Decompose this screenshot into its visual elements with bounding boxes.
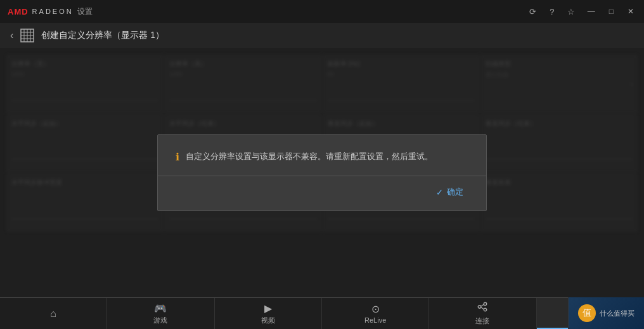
dialog-text: 自定义分辨率设置与该显示器不兼容。请重新配置设置，然后重试。 (186, 150, 433, 164)
minimize-button[interactable]: — (585, 7, 598, 16)
check-icon: ✓ (436, 188, 443, 197)
main-content: 分辨率（宽） 1920 分辨率（高） 1080 刷新率 (Hz) 60 扫描类型… (0, 48, 644, 297)
video-icon: ▶ (264, 302, 272, 314)
nav-relive[interactable]: ⊙ ReLive (322, 298, 429, 329)
maximize-button[interactable]: □ (607, 7, 616, 16)
gaming-icon: 🎮 (154, 302, 167, 314)
back-button[interactable]: ‹ (10, 30, 13, 41)
close-button[interactable]: ✕ (625, 7, 636, 16)
warning-icon: ℹ (176, 151, 179, 163)
watermark-icon: 值 (578, 304, 596, 322)
ok-label: 确定 (447, 186, 463, 198)
svg-point-7 (479, 306, 482, 309)
ok-button[interactable]: ✓ 确定 (431, 184, 468, 200)
connect-label: 连接 (475, 316, 489, 326)
nav-video[interactable]: ▶ 视频 (215, 298, 322, 329)
page-header: ‹ 创建自定义分辨率（显示器 1） (0, 23, 644, 48)
relive-icon: ⊙ (371, 303, 380, 315)
error-dialog: ℹ 自定义分辨率设置与该显示器不兼容。请重新配置设置，然后重试。 ✓ 确定 (157, 134, 487, 212)
nav-connect[interactable]: 连接 (429, 298, 536, 329)
watermark: 值 什么值得买 (568, 297, 644, 329)
svg-point-8 (484, 302, 487, 306)
nav-gaming[interactable]: 🎮 游戏 (107, 298, 214, 329)
star-icon[interactable]: ☆ (566, 6, 576, 16)
page-title: 创建自定义分辨率（显示器 1） (41, 30, 164, 41)
relive-label: ReLive (364, 316, 386, 324)
amd-logo: AMD RADEON 设置 (8, 6, 93, 17)
connect-icon (477, 301, 488, 315)
svg-line-10 (481, 304, 484, 306)
dialog-message-row: ℹ 自定义分辨率设置与该显示器不兼容。请重新配置设置，然后重试。 (176, 150, 468, 164)
title-bar-controls: ⟳ ? ☆ — □ ✕ (528, 6, 636, 16)
title-bar-left: AMD RADEON 设置 (8, 6, 93, 17)
watermark-text: 什么值得买 (600, 309, 634, 318)
svg-point-9 (484, 308, 487, 311)
dialog-overlay: ℹ 自定义分辨率设置与该显示器不兼容。请重新配置设置，然后重试。 ✓ 确定 (0, 48, 644, 297)
svg-line-11 (481, 307, 484, 309)
settings-label: 设置 (77, 6, 93, 17)
nav-home[interactable]: ⌂ (0, 298, 107, 329)
home-icon: ⌂ (50, 308, 56, 319)
title-bar: AMD RADEON 设置 ⟳ ? ☆ — □ ✕ (0, 0, 644, 23)
radeon-label: RADEON (32, 8, 74, 15)
bottom-nav: ⌂ 🎮 游戏 ▶ 视频 ⊙ ReLive 连接 (0, 297, 644, 329)
dialog-actions: ✓ 确定 (176, 184, 468, 200)
help-icon[interactable]: ? (547, 6, 557, 16)
gaming-label: 游戏 (153, 316, 167, 325)
header-icon (20, 28, 35, 43)
history-icon[interactable]: ⟳ (528, 6, 538, 16)
amd-brand: AMD (8, 7, 29, 16)
dialog-divider (158, 176, 486, 176)
video-label: 视频 (261, 316, 275, 325)
